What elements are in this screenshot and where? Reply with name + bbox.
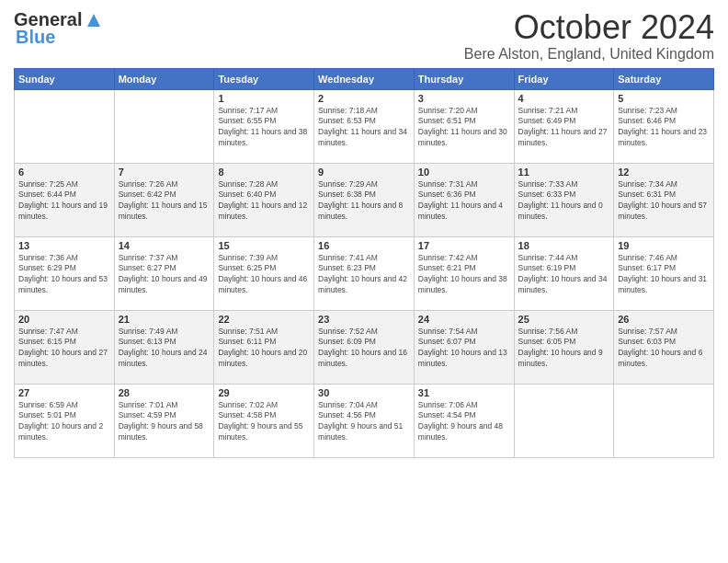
table-row: 27Sunrise: 6:59 AMSunset: 5:01 PMDayligh… [15,384,115,457]
day-info: Sunrise: 7:47 AMSunset: 6:15 PMDaylight:… [18,327,108,369]
location: Bere Alston, England, United Kingdom [464,46,714,63]
day-number: 12 [618,167,710,178]
day-number: 14 [119,240,210,251]
logo: General Blue [14,9,104,48]
table-row: 1Sunrise: 7:17 AMSunset: 6:55 PMDaylight… [214,89,314,163]
header-saturday: Saturday [614,68,714,89]
day-info: Sunrise: 6:59 AMSunset: 5:01 PMDaylight:… [18,400,103,442]
table-row: 16Sunrise: 7:41 AMSunset: 6:23 PMDayligh… [314,236,415,310]
header-tuesday: Tuesday [214,68,314,89]
table-row [114,89,214,163]
table-row: 17Sunrise: 7:42 AMSunset: 6:21 PMDayligh… [414,236,514,310]
table-row: 23Sunrise: 7:52 AMSunset: 6:09 PMDayligh… [314,310,415,384]
day-info: Sunrise: 7:46 AMSunset: 6:17 PMDaylight:… [618,253,707,295]
table-row: 18Sunrise: 7:44 AMSunset: 6:19 PMDayligh… [514,236,614,310]
table-row [514,384,614,457]
day-info: Sunrise: 7:21 AMSunset: 6:49 PMDaylight:… [518,106,608,148]
day-info: Sunrise: 7:33 AMSunset: 6:33 PMDaylight:… [518,179,603,222]
day-number: 31 [418,387,510,398]
calendar-week-row: 1Sunrise: 7:17 AMSunset: 6:55 PMDaylight… [15,89,714,163]
table-row: 15Sunrise: 7:39 AMSunset: 6:25 PMDayligh… [214,236,314,310]
day-number: 26 [618,314,710,325]
calendar-week-row: 27Sunrise: 6:59 AMSunset: 5:01 PMDayligh… [15,384,714,457]
logo-blue: Blue [16,27,55,48]
header-thursday: Thursday [414,68,514,89]
table-row: 4Sunrise: 7:21 AMSunset: 6:49 PMDaylight… [514,89,614,163]
day-number: 1 [218,93,310,104]
day-number: 30 [318,387,410,398]
header-wednesday: Wednesday [314,68,415,89]
day-number: 9 [318,167,410,178]
table-row: 31Sunrise: 7:06 AMSunset: 4:54 PMDayligh… [414,384,514,457]
day-number: 22 [218,314,310,325]
table-row: 5Sunrise: 7:23 AMSunset: 6:46 PMDaylight… [614,89,714,163]
day-info: Sunrise: 7:37 AMSunset: 6:27 PMDaylight:… [119,253,208,295]
table-row: 21Sunrise: 7:49 AMSunset: 6:13 PMDayligh… [114,310,214,384]
day-info: Sunrise: 7:34 AMSunset: 6:31 PMDaylight:… [618,179,707,222]
day-info: Sunrise: 7:06 AMSunset: 4:54 PMDaylight:… [418,400,503,442]
table-row: 7Sunrise: 7:26 AMSunset: 6:42 PMDaylight… [114,163,214,236]
day-info: Sunrise: 7:57 AMSunset: 6:03 PMDaylight:… [618,327,702,369]
calendar-table: Sunday Monday Tuesday Wednesday Thursday… [14,68,714,458]
table-row: 8Sunrise: 7:28 AMSunset: 6:40 PMDaylight… [214,163,314,236]
table-row: 11Sunrise: 7:33 AMSunset: 6:33 PMDayligh… [514,163,614,236]
day-info: Sunrise: 7:25 AMSunset: 6:44 PMDaylight:… [18,179,108,222]
day-info: Sunrise: 7:20 AMSunset: 6:51 PMDaylight:… [418,106,507,148]
day-number: 4 [518,93,610,104]
day-number: 13 [18,240,110,251]
table-row: 28Sunrise: 7:01 AMSunset: 4:59 PMDayligh… [114,384,214,457]
day-number: 20 [18,314,110,325]
day-number: 28 [119,387,210,398]
table-row: 6Sunrise: 7:25 AMSunset: 6:44 PMDaylight… [15,163,115,236]
day-number: 25 [518,314,610,325]
table-row: 3Sunrise: 7:20 AMSunset: 6:51 PMDaylight… [414,89,514,163]
day-info: Sunrise: 7:01 AMSunset: 4:59 PMDaylight:… [119,400,203,442]
day-number: 27 [18,387,110,398]
day-info: Sunrise: 7:04 AMSunset: 4:56 PMDaylight:… [318,400,403,442]
table-row: 19Sunrise: 7:46 AMSunset: 6:17 PMDayligh… [614,236,714,310]
day-number: 21 [119,314,210,325]
header-friday: Friday [514,68,614,89]
table-row: 24Sunrise: 7:54 AMSunset: 6:07 PMDayligh… [414,310,514,384]
table-row: 26Sunrise: 7:57 AMSunset: 6:03 PMDayligh… [614,310,714,384]
day-info: Sunrise: 7:52 AMSunset: 6:09 PMDaylight:… [318,327,407,369]
day-info: Sunrise: 7:36 AMSunset: 6:29 PMDaylight:… [18,253,108,295]
table-row [614,384,714,457]
day-info: Sunrise: 7:31 AMSunset: 6:36 PMDaylight:… [418,179,503,222]
day-number: 15 [218,240,310,251]
table-row: 2Sunrise: 7:18 AMSunset: 6:53 PMDaylight… [314,89,415,163]
calendar-week-row: 6Sunrise: 7:25 AMSunset: 6:44 PMDaylight… [15,163,714,236]
day-info: Sunrise: 7:54 AMSunset: 6:07 PMDaylight:… [418,327,507,369]
day-number: 3 [418,93,510,104]
day-number: 6 [18,167,110,178]
day-info: Sunrise: 7:26 AMSunset: 6:42 PMDaylight:… [119,179,208,222]
day-number: 29 [218,387,310,398]
calendar-week-row: 13Sunrise: 7:36 AMSunset: 6:29 PMDayligh… [15,236,714,310]
month-title: October 2024 [464,9,714,46]
day-number: 10 [418,167,510,178]
day-number: 18 [518,240,610,251]
svg-marker-0 [87,14,100,27]
day-number: 8 [218,167,310,178]
day-info: Sunrise: 7:41 AMSunset: 6:23 PMDaylight:… [318,253,407,295]
table-row: 30Sunrise: 7:04 AMSunset: 4:56 PMDayligh… [314,384,415,457]
day-number: 24 [418,314,510,325]
day-info: Sunrise: 7:49 AMSunset: 6:13 PMDaylight:… [119,327,208,369]
day-info: Sunrise: 7:44 AMSunset: 6:19 PMDaylight:… [518,253,608,295]
day-number: 17 [418,240,510,251]
day-info: Sunrise: 7:28 AMSunset: 6:40 PMDaylight:… [218,179,307,222]
day-info: Sunrise: 7:29 AMSunset: 6:38 PMDaylight:… [318,179,403,222]
day-number: 11 [518,167,610,178]
day-info: Sunrise: 7:39 AMSunset: 6:25 PMDaylight:… [218,253,307,295]
table-row: 9Sunrise: 7:29 AMSunset: 6:38 PMDaylight… [314,163,415,236]
title-block: October 2024 Bere Alston, England, Unite… [464,9,714,63]
day-number: 5 [618,93,710,104]
header-monday: Monday [114,68,214,89]
header: General Blue October 2024 Bere Alston, E… [14,9,714,63]
table-row: 25Sunrise: 7:56 AMSunset: 6:05 PMDayligh… [514,310,614,384]
page: General Blue October 2024 Bere Alston, E… [0,0,728,563]
table-row: 29Sunrise: 7:02 AMSunset: 4:58 PMDayligh… [214,384,314,457]
day-info: Sunrise: 7:02 AMSunset: 4:58 PMDaylight:… [218,400,302,442]
weekday-header-row: Sunday Monday Tuesday Wednesday Thursday… [15,68,714,89]
day-info: Sunrise: 7:51 AMSunset: 6:11 PMDaylight:… [218,327,307,369]
